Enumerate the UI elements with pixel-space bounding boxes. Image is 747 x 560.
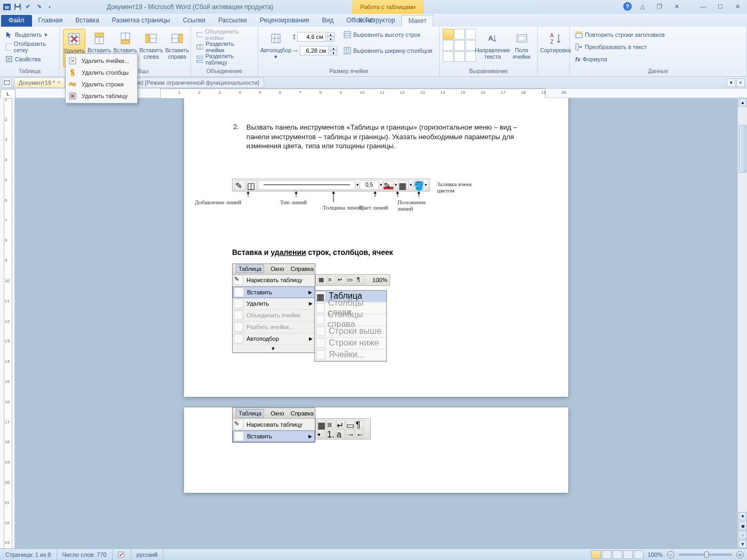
repeat-header-button[interactable]: Повторить строки заголовков (573, 29, 667, 41)
cell-margins-button[interactable]: Поля ячейки (509, 29, 534, 67)
convert-to-text-button[interactable]: Преобразовать в текст (573, 41, 667, 53)
zoom-thumb[interactable] (704, 551, 709, 558)
print-layout-view[interactable] (591, 550, 601, 559)
diag-weight: 0,5 (360, 180, 379, 190)
doc-close-icon[interactable]: ✕ (670, 2, 683, 11)
align-bc[interactable] (454, 51, 465, 62)
width-up[interactable]: ▲ (330, 46, 337, 51)
minimize-button[interactable]: — (697, 2, 710, 11)
close-icon[interactable]: × (57, 79, 60, 85)
window-controls: ? △ ❐ ✕ — ☐ ✕ (623, 2, 744, 11)
home-tab[interactable]: Главная (32, 15, 69, 27)
align-br[interactable] (465, 51, 476, 62)
prev-page-icon[interactable]: ◉ (738, 522, 747, 530)
align-mc[interactable] (454, 40, 465, 51)
insert-left-button[interactable]: Вставить слева (139, 29, 163, 67)
qat-dropdown-icon[interactable]: ▾ (45, 2, 54, 12)
align-tc[interactable] (454, 29, 465, 39)
align-bl[interactable] (443, 51, 454, 62)
row-height-input[interactable]: ‡ ▲▼ (292, 32, 337, 42)
proofing-icon[interactable] (113, 549, 131, 560)
text-direction-icon: A (485, 31, 500, 46)
width-down[interactable]: ▼ (330, 51, 337, 55)
delete-cols-item[interactable]: Удалить столбцы (67, 67, 136, 78)
menu-diagram: ТаблицаОкноСправка ✎Нарисовать таблицу В… (232, 263, 315, 353)
distribute-rows-button[interactable]: Выровнять высоту строк (341, 29, 434, 41)
mailings-tab[interactable]: Рассылки (212, 15, 253, 27)
web-view[interactable] (613, 550, 622, 559)
tabs-dropdown[interactable]: ▾ (727, 78, 735, 87)
distribute-cols-button[interactable]: Выровнять ширину столбцов (341, 45, 434, 57)
review-tab[interactable]: Рецензирование (253, 15, 316, 27)
document-area[interactable]: ▦▢▭▯▫╲≡ ╋━┃┏┛╱ 2.Вызвать панель инструме… (15, 98, 737, 548)
svg-rect-49 (576, 34, 582, 38)
split-table-button[interactable]: Разделить таблицу (194, 53, 255, 65)
doc-restore-icon[interactable]: ❐ (653, 2, 666, 11)
ribbon-minimize-icon[interactable]: △ (636, 2, 649, 11)
scroll-thumb[interactable] (739, 125, 746, 173)
doc-tab-active[interactable]: Документ19 *× (14, 77, 65, 88)
outline-view[interactable] (623, 550, 633, 559)
insert-tab[interactable]: Вставка (69, 15, 106, 27)
references-tab[interactable]: Ссылки (177, 15, 212, 27)
close-button[interactable]: ✕ (731, 2, 744, 11)
align-tr[interactable] (465, 29, 476, 39)
align-mr[interactable] (465, 40, 476, 51)
page-status[interactable]: Страница: 1 из 8 (0, 549, 57, 560)
maximize-button[interactable]: ☐ (714, 2, 727, 11)
zoom-in-button[interactable]: + (736, 551, 744, 558)
doc-tabs-icon[interactable] (2, 78, 12, 87)
insert-right-button[interactable]: Вставить справа (165, 29, 189, 67)
table-layout-tab[interactable]: Макет (401, 15, 433, 27)
svg-rect-4 (15, 7, 20, 10)
align-ml[interactable] (443, 40, 454, 51)
scroll-up-icon[interactable]: ▲ (738, 98, 747, 107)
view-tab[interactable]: Вид (315, 15, 340, 27)
table-design-tab[interactable]: Конструктор (352, 15, 401, 27)
next-page-icon[interactable]: ▼ (738, 540, 747, 548)
split-cells-button[interactable]: Разделить ячейки (194, 41, 255, 53)
alignment-grid[interactable] (443, 29, 476, 62)
word-count[interactable]: Число слов: 770 (57, 549, 113, 560)
zoom-out-button[interactable]: − (667, 551, 674, 558)
draft-view[interactable] (634, 550, 643, 559)
svg-text:A: A (488, 34, 494, 42)
redo-icon[interactable] (34, 2, 44, 12)
browse-object-icon[interactable]: ○ (738, 531, 747, 539)
delete-cells-item[interactable]: Удалить ячейки... (67, 55, 136, 67)
vertical-scrollbar[interactable]: ▲ ▼ ◉ ○ ▼ (737, 98, 747, 548)
undo-icon[interactable] (23, 2, 33, 12)
sort-icon: AZ (548, 31, 563, 46)
file-tab[interactable]: Файл (1, 15, 32, 27)
height-down[interactable]: ▼ (327, 37, 335, 42)
align-tl[interactable] (443, 29, 454, 39)
table-tools-context-tab: Работа с таблицами (352, 0, 424, 14)
scroll-down-icon[interactable]: ▼ (738, 512, 747, 521)
zoom-slider[interactable] (679, 554, 732, 556)
properties-button[interactable]: Свойства (3, 53, 56, 65)
window-title: Документ19 - Microsoft Word (Сбой актива… (107, 3, 273, 11)
autofit-button[interactable]: Автоподбор▾ (261, 29, 290, 67)
formula-button[interactable]: fxФормула (573, 53, 667, 65)
delete-rows-item[interactable]: Удалить строки (67, 78, 136, 90)
width-icon: ↔ (292, 47, 299, 54)
zoom-level[interactable]: 100% (648, 551, 663, 558)
col-width-input[interactable]: ↔ ▲▼ (292, 46, 337, 55)
text-direction-button[interactable]: AНаправление текста (478, 29, 507, 67)
reading-view[interactable] (602, 550, 611, 559)
help-icon[interactable]: ? (623, 2, 632, 11)
delete-table-item[interactable]: Удалить таблицу (67, 90, 136, 102)
svg-rect-20 (121, 41, 130, 44)
svg-rect-23 (146, 34, 149, 43)
tabs-close-all[interactable]: × (736, 78, 745, 87)
vertical-ruler[interactable]: 123456789101112131415161718192021222324 (0, 98, 15, 548)
diag-fill-icon: 🪣 (413, 180, 424, 190)
save-icon[interactable] (13, 2, 22, 12)
height-up[interactable]: ▲ (327, 32, 335, 37)
tab-selector[interactable]: L (1, 89, 15, 99)
sort-button[interactable]: AZСортировка (541, 29, 570, 67)
page-layout-tab[interactable]: Разметка страницы (106, 15, 177, 27)
view-gridlines-button[interactable]: Отобразить сетку (3, 41, 56, 53)
language-status[interactable]: русский (131, 549, 163, 560)
select-button[interactable]: Выделить ▾ (3, 29, 56, 41)
